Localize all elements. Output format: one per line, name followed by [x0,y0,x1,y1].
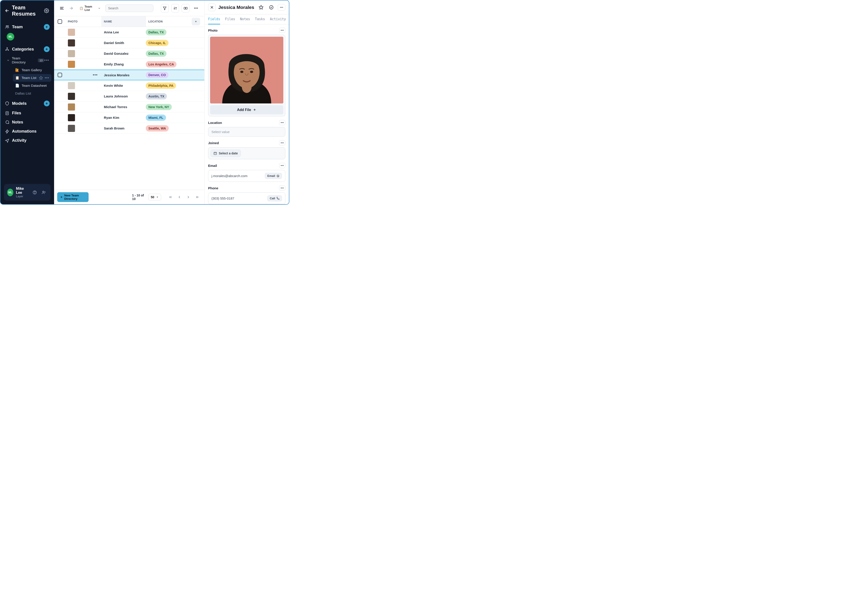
back-arrow-icon[interactable] [5,8,9,13]
breadcrumb-label: Team List [85,5,97,12]
categories-section: Categories + Team Directory 10 ••• 🙋Team… [0,43,54,98]
view-team-gallery[interactable]: 🙋Team Gallery [13,66,51,74]
nav-automations[interactable]: Automations [0,127,54,136]
field-joined-label: Joined [208,141,219,145]
team-section: Team + ML [0,21,54,43]
tab-files[interactable]: Files [225,14,235,24]
nav-activity[interactable]: Activity [0,136,54,145]
svg-point-6 [8,50,8,51]
caret-down-icon [156,196,159,198]
toolbar: 📋 Team List ••• [54,0,204,16]
col-header-name[interactable]: NAME [101,16,146,27]
menu-toggle-button[interactable] [59,5,65,12]
favorite-button[interactable] [257,3,265,11]
email-value-box[interactable]: j.morales@abcarch.com Email [208,170,285,182]
page-size-select[interactable]: 50 [148,194,161,200]
team-member-avatar[interactable]: ML [7,33,14,40]
pager-prev-button[interactable] [175,193,183,201]
search-input[interactable] [105,5,153,12]
categories-section-header[interactable]: Categories + [2,44,52,54]
location-pill: Denver, CO [146,72,168,78]
tab-tasks[interactable]: Tasks [255,14,265,24]
table-row[interactable]: Ryan KimMiami, FL [54,112,204,123]
add-category-button[interactable]: + [44,46,50,52]
forward-button[interactable] [68,5,75,12]
phone-value-box[interactable]: (303) 555-0187 Call [208,192,285,204]
view-team-datasheet[interactable]: 📄Team Datasheet [13,82,51,90]
settings-button[interactable] [43,7,50,14]
table-row[interactable]: Laura JohnsonAustin, TX [54,91,204,102]
table-row[interactable]: Emily ZhangLos Angeles, CA [54,59,204,70]
photo-slot[interactable]: Add File ＋ [208,35,285,116]
team-section-header[interactable]: Team + [2,22,52,32]
pager-next-button[interactable] [184,193,192,201]
calendar-icon [213,152,217,155]
breadcrumb-chip[interactable]: 📋 Team List [78,4,102,12]
view-menu-icon[interactable]: ••• [45,76,49,80]
table-row[interactable]: David GonzalezDallas, TX [54,48,204,59]
view-team-list[interactable]: 📋Team List ••• [13,74,51,82]
add-column-button[interactable]: ＋ [192,18,200,25]
select-all-checkbox[interactable] [57,19,62,24]
col-header-location[interactable]: LOCATION [146,20,191,23]
detail-panel: Jessica Morales ••• Fields Files Notes T… [204,0,289,204]
table-row[interactable]: Daniel SmithChicago, IL [54,37,204,48]
workspace-title[interactable]: Team Resumes [5,5,43,17]
field-phone-menu[interactable]: ••• [279,185,285,191]
send-email-button[interactable]: Email [265,173,282,179]
add-model-button[interactable]: + [44,101,50,106]
row-name: Kevin White [101,84,146,87]
approve-button[interactable] [267,3,275,11]
category-children: 🙋Team Gallery 📋Team List ••• 📄Team Datas… [2,66,52,97]
tab-fields[interactable]: Fields [208,14,220,25]
pager-first-button[interactable] [166,193,174,201]
add-file-button[interactable]: Add File ＋ [210,105,283,114]
current-user-card[interactable]: ML Mike Lee Layer [4,184,51,201]
location-select[interactable]: Select value [208,127,285,136]
new-record-label: New Team Directory [64,194,86,200]
field-photo-menu[interactable]: ••• [279,28,285,33]
add-team-button[interactable]: + [44,24,50,30]
models-section-header[interactable]: Models + [0,98,54,109]
detail-more-button[interactable]: ••• [278,4,285,11]
call-button[interactable]: Call [267,195,282,202]
table-row[interactable]: Michael TorresNew York, NY [54,102,204,112]
nav-notes[interactable]: Notes [0,118,54,127]
pager-last-button[interactable] [193,193,201,201]
star-outline-icon[interactable] [39,76,43,80]
group-button[interactable] [182,4,189,12]
col-header-photo[interactable]: PHOTO [68,20,101,23]
toolbar-more-button[interactable]: ••• [192,4,200,12]
invite-button[interactable] [40,189,47,196]
location-pill: Seattle, WA [146,125,169,132]
nav-files[interactable]: Files [0,109,54,118]
table-row[interactable]: Anna LeeDallas, TX [54,27,204,37]
sort-button[interactable] [171,4,179,12]
row-avatar [68,114,75,121]
filter-button[interactable] [161,4,169,12]
category-team-directory[interactable]: Team Directory 10 ••• [3,54,51,66]
location-pill: Dallas, TX [146,51,166,57]
field-email-menu[interactable]: ••• [279,163,285,168]
chevrons-left-icon [168,195,172,199]
row-menu-icon[interactable]: ••• [93,73,98,78]
view-dallas-list[interactable]: Dallas List [13,90,51,97]
user-name: Mike Lee [16,187,28,195]
tab-activity[interactable]: Activity [270,14,286,24]
close-detail-button[interactable] [208,3,216,11]
table-row[interactable]: Sarah BrownSeattle, WA [54,123,204,134]
category-menu-icon[interactable]: ••• [44,58,49,63]
table-row[interactable]: Kevin WhitePhiladelphia, PA [54,80,204,91]
row-checkbox[interactable] [57,73,62,77]
tab-notes[interactable]: Notes [240,14,250,24]
joined-date-picker[interactable]: Select a date [211,150,241,157]
phone-value: (303) 555-0187 [211,197,234,200]
field-joined-menu[interactable]: ••• [279,140,285,146]
field-location-menu[interactable]: ••• [279,120,285,125]
table-row[interactable]: •••Jessica MoralesDenver, CO [54,70,204,80]
main-panel: 📋 Team List ••• PHOTO NAME LOCATION ＋ An… [54,0,204,204]
user-avatar: ML [7,189,13,196]
svg-point-33 [241,71,244,73]
help-button[interactable] [31,189,39,196]
new-record-button[interactable]: ＋ New Team Directory [57,192,89,202]
